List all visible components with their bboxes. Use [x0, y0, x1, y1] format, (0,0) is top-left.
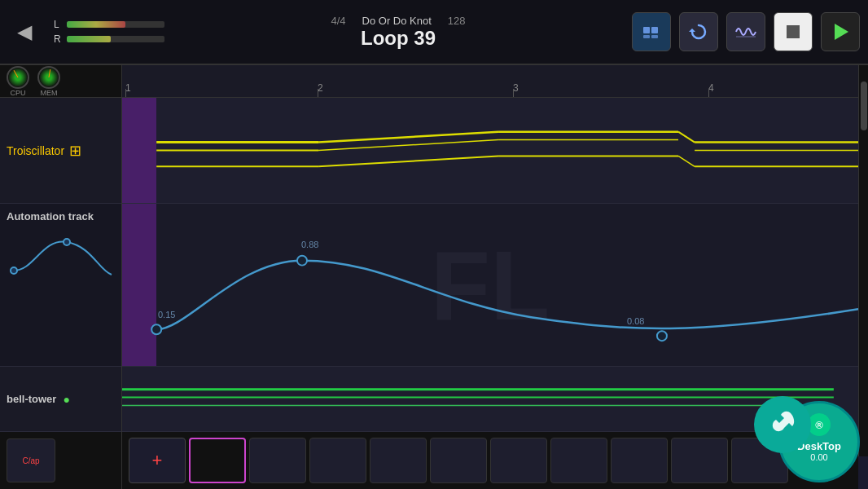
refresh-button[interactable] — [679, 12, 718, 51]
r-bar-fill — [67, 36, 111, 42]
mem-gauge-circle — [37, 66, 60, 89]
ruler-mark-4: 4 — [708, 82, 714, 94]
svg-rect-1 — [651, 27, 658, 33]
sidebar-bottom: C/ap — [0, 432, 121, 489]
right-scrollbar[interactable] — [858, 65, 868, 456]
center-info: 4/4 Do Or Do Knot 128 Loop 39 — [164, 15, 632, 50]
mem-gauge-needle — [49, 69, 51, 77]
wrench-circle — [754, 396, 811, 453]
svg-line-12 — [318, 132, 498, 143]
timeline-ruler: 1 2 3 4 — [122, 65, 858, 98]
play-button[interactable] — [821, 12, 860, 51]
troiscillator-content[interactable] — [122, 98, 858, 204]
mem-gauge: MEM — [37, 66, 60, 97]
svg-line-20 — [318, 156, 498, 166]
time-signature: 4/4 — [331, 15, 345, 27]
troiscillator-svg — [122, 98, 858, 203]
ruler-line-4 — [708, 89, 709, 97]
ruler-line-1 — [125, 89, 126, 97]
desktop-watermark-area: ® DeskTop 0.00 — [778, 401, 860, 482]
r-label: R — [54, 33, 64, 45]
svg-rect-3 — [651, 35, 658, 38]
loop-button[interactable] — [632, 12, 671, 51]
belltower-sidebar: bell-tower ● — [0, 367, 121, 432]
svg-rect-6 — [787, 25, 800, 38]
desktop-value: 0.00 — [810, 452, 827, 462]
pad-cell-3[interactable] — [370, 438, 427, 483]
clip-button[interactable]: C/ap — [7, 438, 55, 482]
belltower-content[interactable] — [122, 367, 858, 432]
ruler-line-2 — [318, 89, 318, 97]
svg-line-22 — [678, 156, 695, 166]
cpu-label: CPU — [10, 89, 25, 97]
troiscillator-label: Troiscillator — [7, 144, 64, 157]
top-bar: ◀ L R 4/4 Do Or Do Knot 128 Loop 39 — [0, 0, 868, 65]
pad-cell-6[interactable] — [550, 438, 607, 483]
pad-cell-7[interactable] — [611, 438, 668, 483]
automation-svg — [122, 204, 858, 366]
add-icon: + — [152, 450, 163, 471]
pad-cell-8[interactable] — [671, 438, 728, 483]
svg-point-9 — [64, 239, 70, 245]
ruler-line-3 — [513, 89, 514, 97]
pad-cell-4[interactable] — [430, 438, 487, 483]
l-bar-fill — [67, 21, 125, 28]
main-area: CPU MEM Troiscillator ⊞ Automation track — [0, 65, 868, 489]
sidebar: CPU MEM Troiscillator ⊞ Automation track — [0, 65, 122, 489]
top-right-controls — [632, 12, 860, 51]
svg-marker-7 — [835, 24, 848, 40]
troiscillator-sidebar: Troiscillator ⊞ — [0, 98, 121, 204]
belltower-status-dot: ● — [63, 393, 69, 406]
belltower-svg — [122, 367, 858, 431]
stop-button[interactable] — [774, 12, 813, 51]
ruler-mark-1: 1 — [125, 82, 131, 94]
pad-cell-5[interactable] — [490, 438, 547, 483]
l-label: L — [54, 19, 64, 30]
stop-icon — [785, 24, 801, 40]
ruler-mark-2: 2 — [318, 82, 323, 94]
wave-button[interactable] — [726, 12, 765, 51]
automation-label-0.15: 0.15 — [158, 310, 175, 319]
cpu-gauge-needle — [14, 70, 19, 77]
r-bar-bg — [67, 36, 164, 42]
pad-cell-2[interactable] — [309, 438, 366, 483]
belltower-label: bell-tower — [7, 393, 56, 405]
wrench-icon — [768, 410, 797, 439]
pad-row-content: + — [122, 432, 858, 489]
loop-icon — [640, 20, 663, 43]
add-button[interactable]: + — [129, 438, 186, 483]
cpu-gauge: CPU — [7, 66, 29, 97]
play-icon — [831, 22, 850, 42]
svg-line-16 — [678, 132, 695, 143]
pad-cell-0[interactable] — [189, 438, 246, 483]
back-button[interactable]: ◀ — [8, 15, 41, 48]
automation-label: Automation track — [7, 210, 115, 222]
svg-point-26 — [657, 331, 667, 341]
mem-label: MEM — [41, 89, 58, 97]
loop-name: Loop 39 — [361, 27, 436, 50]
svg-point-24 — [151, 324, 161, 334]
cpu-gauge-circle — [7, 66, 29, 89]
lr-meter: L R — [54, 19, 164, 45]
l-bar-bg — [67, 21, 164, 28]
cpu-mem-row: CPU MEM — [0, 65, 121, 98]
track-content: 1 2 3 4 — [122, 65, 858, 489]
svg-marker-4 — [689, 29, 695, 32]
automation-sidebar: Automation track — [0, 204, 121, 367]
ruler-mark-3: 3 — [513, 82, 519, 94]
svg-rect-2 — [643, 35, 650, 38]
automation-content[interactable]: FL 0.15 0.88 0.08 — [122, 204, 858, 367]
automation-preview-svg — [10, 226, 116, 283]
automation-label-0.88: 0.88 — [301, 240, 318, 249]
automation-label-0.08: 0.08 — [627, 316, 644, 326]
pad-cell-1[interactable] — [249, 438, 306, 483]
song-title: Do Or Do Knot — [362, 15, 432, 27]
svg-text:®: ® — [815, 419, 823, 431]
automation-preview — [7, 222, 115, 280]
refresh-icon — [687, 20, 710, 43]
mixer-icon: ⊞ — [69, 142, 81, 160]
svg-point-25 — [297, 256, 307, 266]
scrollbar-thumb[interactable] — [861, 82, 867, 130]
bpm: 128 — [448, 15, 466, 27]
wave-icon — [734, 20, 757, 43]
